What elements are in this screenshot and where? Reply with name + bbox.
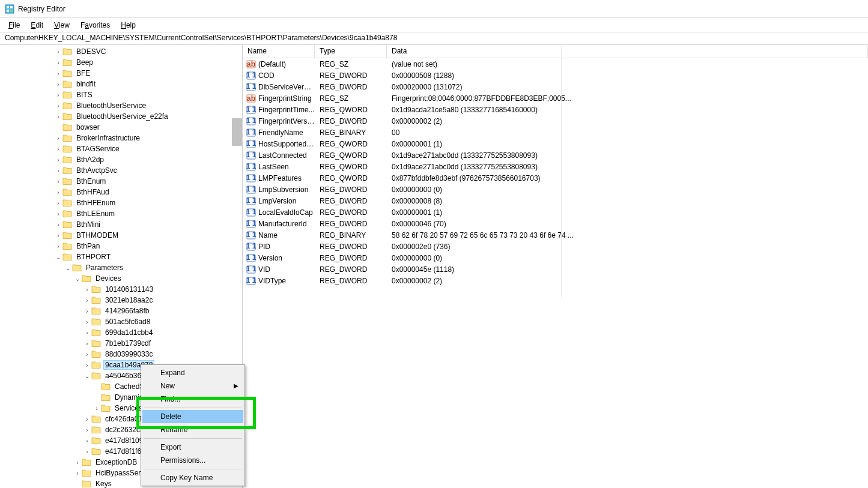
tree-item[interactable]: ›88d03999033c (0, 349, 242, 360)
expander-icon[interactable]: › (83, 362, 91, 369)
tree-item[interactable]: ›BDESVC (0, 46, 242, 57)
tree-item[interactable]: ›BTAGService (0, 143, 242, 154)
tree-item[interactable]: ›BthA2dp (0, 154, 242, 165)
col-data[interactable]: Data (387, 45, 868, 58)
tree-item[interactable]: ›3021eb18aa2c (0, 295, 242, 306)
expander-icon[interactable]: › (83, 351, 91, 358)
tree-item[interactable]: ›BthHFEnum (0, 197, 242, 208)
expander-icon[interactable]: › (83, 448, 91, 455)
expander-icon[interactable]: › (54, 103, 62, 109)
ctx-copy-key-name[interactable]: Copy Key Name (142, 471, 243, 484)
list-row[interactable]: 011 110LMPFeaturesREG_QWORD0x877bfddbfe8… (243, 172, 868, 184)
menu-view[interactable]: View (49, 20, 74, 31)
tree-item[interactable]: ›4142966fa8fb (0, 306, 242, 316)
tree-item[interactable]: ⌄Parameters (0, 262, 242, 273)
tree-item[interactable]: ›101406131143 (0, 284, 242, 295)
expander-icon[interactable]: › (83, 340, 91, 347)
tree-item[interactable]: bowser (0, 122, 242, 133)
ctx-new[interactable]: New ▶ (142, 379, 243, 393)
expander-icon[interactable]: › (54, 221, 62, 228)
list-row[interactable]: 011 110NameREG_BINARY58 62 6f 78 20 57 6… (243, 229, 868, 241)
list-row[interactable]: 011 110LastConnectedREG_QWORD0x1d9ace271… (243, 149, 868, 161)
tree-item[interactable]: ›BthHFAud (0, 187, 242, 197)
list-row[interactable]: 011 110ManufacturerIdREG_DWORD0x00000046… (243, 218, 868, 229)
ctx-permissions[interactable]: Permissions... (142, 454, 243, 467)
col-name[interactable]: Name (243, 45, 315, 58)
expander-icon[interactable]: › (83, 427, 91, 433)
tree-item[interactable]: ⌄BTHPORT (0, 252, 242, 262)
expander-icon[interactable]: › (54, 189, 62, 196)
expander-icon[interactable]: › (54, 59, 62, 66)
list-row[interactable]: 011 110VIDTypeREG_DWORD0x00000002 (2) (243, 275, 868, 286)
list-row[interactable]: 011 110LastSeenREG_QWORD0x1d9ace271abc0d… (243, 161, 868, 172)
tree-item[interactable]: ›501ac5fc6ad8 (0, 316, 242, 327)
expander-icon[interactable]: › (54, 146, 62, 152)
tree-scrollthumb[interactable] (232, 118, 242, 146)
tree-item[interactable]: ›BTHMODEM (0, 230, 242, 241)
tree-item[interactable]: ›bindflt (0, 79, 242, 89)
list-row[interactable]: 011 110PIDREG_DWORD0x000002e0 (736) (243, 241, 868, 252)
list-row[interactable]: 011 110LocalEvaldIoCapREG_DWORD0x0000000… (243, 206, 868, 218)
tree-item[interactable]: ›BrokerInfrastructure (0, 133, 242, 143)
expander-icon[interactable]: › (83, 286, 91, 293)
list-row[interactable]: 011 110LmpSubversionREG_DWORD0x00000000 … (243, 184, 868, 195)
menu-favorites[interactable]: Favorites (76, 20, 115, 31)
list-row[interactable]: 011 110DibServiceVersionREG_DWORD0x00020… (243, 81, 868, 92)
ctx-rename[interactable]: Rename (142, 423, 243, 436)
list-row[interactable]: abFingerprintStringREG_SZFingerprint:08;… (243, 92, 868, 104)
expander-icon[interactable]: › (54, 178, 62, 185)
tree-item[interactable]: ›7b1eb1739cdf (0, 338, 242, 349)
list-row[interactable]: 011 110LmpVersionREG_DWORD0x00000008 (8) (243, 195, 868, 206)
list-row[interactable]: 011 110HostSupportedF...REG_QWORD0x00000… (243, 138, 868, 149)
expander-icon[interactable]: ⌄ (83, 373, 91, 379)
expander-icon[interactable]: › (73, 470, 82, 477)
list-pane[interactable]: Name Type Data ab(Default)REG_SZ(value n… (243, 45, 868, 488)
list-row[interactable]: 011 110FingerprintTime...REG_QWORD0x1d9a… (243, 104, 868, 115)
menu-file[interactable]: File (4, 20, 25, 31)
expander-icon[interactable]: › (73, 459, 82, 466)
tree-item[interactable]: ›BFE (0, 68, 242, 79)
list-row[interactable]: 011 110VIDREG_DWORD0x0000045e (1118) (243, 264, 868, 275)
tree-item[interactable]: ›BITS (0, 89, 242, 100)
expander-icon[interactable]: ⌄ (64, 265, 72, 271)
list-row[interactable]: 011 110FriendlyNameREG_BINARY00 (243, 127, 868, 138)
expander-icon[interactable]: › (83, 319, 91, 325)
expander-icon[interactable]: › (83, 330, 91, 336)
tree-item[interactable]: ›BluetoothUserService_e22fa (0, 111, 242, 122)
expander-icon[interactable]: › (54, 243, 62, 250)
expander-icon[interactable]: › (54, 232, 62, 239)
expander-icon[interactable]: › (54, 157, 62, 163)
expander-icon[interactable]: › (54, 113, 62, 120)
expander-icon[interactable]: › (54, 167, 62, 174)
tree-item[interactable]: ›BluetoothUserService (0, 100, 242, 111)
tree-item[interactable]: ›699da1d1cbb4 (0, 327, 242, 338)
col-type[interactable]: Type (315, 45, 387, 58)
expander-icon[interactable]: › (54, 211, 62, 217)
tree-item[interactable]: ›BthPan (0, 241, 242, 252)
tree-item[interactable]: ⌄Devices (0, 273, 242, 284)
expander-icon[interactable]: › (54, 200, 62, 206)
list-row[interactable]: 011 110VersionREG_DWORD0x00000000 (0) (243, 252, 868, 264)
expander-icon[interactable]: › (83, 438, 91, 444)
list-row[interactable]: ab(Default)REG_SZ(value not set) (243, 58, 868, 70)
tree-item[interactable]: ›Beep (0, 57, 242, 68)
ctx-expand[interactable]: Expand (142, 366, 243, 379)
expander-icon[interactable]: › (54, 92, 62, 98)
expander-icon[interactable]: ⌄ (73, 276, 82, 282)
tree-item[interactable]: ›BthMini (0, 219, 242, 230)
menu-edit[interactable]: Edit (26, 20, 48, 31)
expander-icon[interactable]: › (54, 81, 62, 88)
expander-icon[interactable]: › (93, 405, 101, 412)
list-row[interactable]: 011 110FingerprintVersionREG_DWORD0x0000… (243, 115, 868, 127)
ctx-find[interactable]: Find... (142, 393, 243, 406)
tree-item[interactable]: ›BthEnum (0, 176, 242, 187)
expander-icon[interactable]: › (54, 70, 62, 77)
ctx-export[interactable]: Export (142, 441, 243, 454)
tree-item[interactable]: ›BthAvctpSvc (0, 165, 242, 176)
ctx-delete[interactable]: Delete (142, 410, 243, 423)
expander-icon[interactable]: › (83, 308, 91, 315)
expander-icon[interactable]: ⌄ (54, 254, 62, 261)
expander-icon[interactable]: › (83, 416, 91, 423)
menu-help[interactable]: Help (116, 20, 141, 31)
expander-icon[interactable]: › (54, 49, 62, 55)
